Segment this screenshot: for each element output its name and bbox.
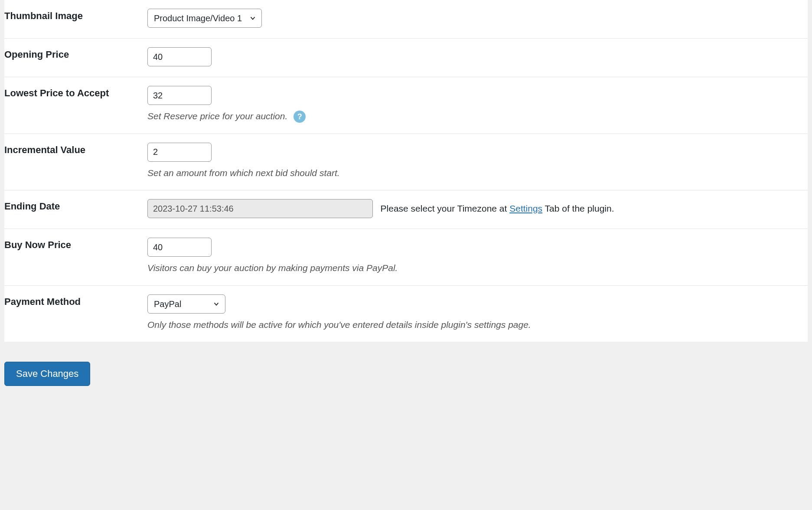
payment-method-desc: Only those methods will be active for wh… [147,318,799,332]
lowest-price-input[interactable] [147,86,212,105]
row-lowest-price: Lowest Price to Accept Set Reserve price… [4,77,808,134]
incremental-value-input[interactable] [147,143,212,162]
buy-now-price-input[interactable] [147,238,212,257]
buy-now-desc: Visitors can buy your auction by making … [147,261,799,275]
label-payment-method: Payment Method [4,286,147,318]
label-buy-now-price: Buy Now Price [4,229,147,261]
lowest-price-desc: Set Reserve price for your auction. ? [147,109,799,123]
payment-method-select-wrap: PayPal [147,294,225,314]
label-opening-price: Opening Price [4,39,147,71]
row-payment-method: Payment Method PayPal Only those methods… [4,285,808,342]
opening-price-input[interactable] [147,47,212,66]
label-incremental-value: Incremental Value [4,134,147,166]
save-changes-button[interactable]: Save Changes [4,362,90,386]
payment-method-select[interactable]: PayPal [147,294,225,314]
label-ending-date: Ending Date [4,190,147,222]
ending-date-desc: Please select your Timezone at Settings … [381,203,614,213]
row-thumbnail-image: Thumbnail Image Product Image/Video 1 [4,0,808,38]
settings-link[interactable]: Settings [509,203,542,213]
row-opening-price: Opening Price [4,38,808,77]
row-buy-now-price: Buy Now Price Visitors can buy your auct… [4,229,808,285]
help-icon[interactable]: ? [293,111,306,123]
row-incremental-value: Incremental Value Set an amount from whi… [4,134,808,190]
incremental-value-desc: Set an amount from which next bid should… [147,166,799,180]
thumbnail-image-select[interactable]: Product Image/Video 1 [147,9,262,28]
row-ending-date: Ending Date Please select your Timezone … [4,190,808,229]
thumbnail-image-select-wrap: Product Image/Video 1 [147,9,262,28]
label-lowest-price: Lowest Price to Accept [4,77,147,109]
label-thumbnail-image: Thumbnail Image [4,0,147,32]
ending-date-input[interactable] [147,199,373,218]
